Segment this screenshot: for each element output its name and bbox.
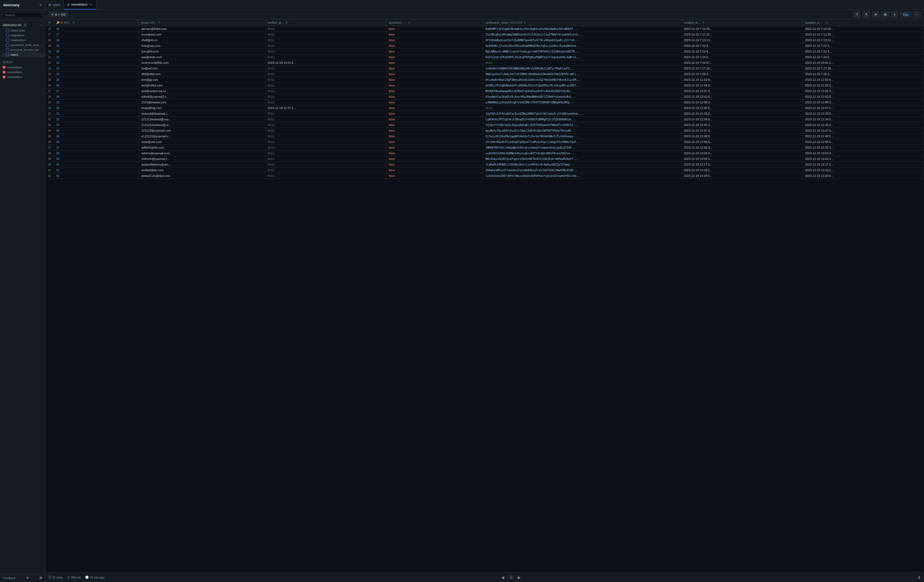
table-row[interactable]: 2626asd@sdfsd.comNULLfalseqXSMhzIFX7gBXW… — [45, 82, 924, 88]
cell-id[interactable]: 18 — [54, 38, 139, 43]
cell-id[interactable]: 33 — [54, 122, 139, 128]
sidebar-item-failed-jobs[interactable]: failed_jobs — [2, 28, 45, 33]
column-header-#[interactable]: # — [45, 20, 54, 26]
table-row[interactable]: 2727asd@asda11sd.coNULLfalseNG9GKX9kadaw… — [45, 88, 924, 94]
tab-newsletters[interactable]: ▦newsletters✕ — [64, 0, 96, 10]
cell-updated-at: 2023-12-19 13:04:3... — [803, 156, 924, 162]
next-page-button[interactable]: ▶ — [516, 575, 522, 580]
layout-button[interactable]: ▤ — [881, 11, 889, 18]
table-row[interactable]: 4141asdasd@ds.comNULLfalse39AqAn3HPuv2Fl… — [45, 167, 924, 173]
table-row[interactable]: 2020holo@fd.comNULLfalseMghJWMacVrzHMQlC… — [45, 49, 924, 54]
query-item[interactable]: newsletters — [0, 65, 45, 70]
sun-icon[interactable]: ☀ — [26, 576, 29, 580]
table-row[interactable]: 1818sfsdf@ds.coNULLfalse3FX3UhbBodLoe2hX… — [45, 38, 924, 43]
cell-id[interactable]: 17 — [54, 32, 139, 38]
cell-id[interactable]: 38 — [54, 150, 139, 156]
cell-id[interactable]: 21 — [54, 54, 139, 60]
sql-button[interactable]: SQL — [900, 12, 911, 18]
cell-updated-at: 2023-12-19 13:18:2... — [803, 167, 924, 173]
download-button[interactable]: ⬇ — [917, 575, 921, 580]
cell-id[interactable]: 35 — [54, 134, 139, 139]
db-options-icon[interactable]: ··· — [40, 23, 42, 27]
sidebar-table-label: failed_jobs — [11, 29, 25, 32]
sort-button[interactable]: ⇅ — [863, 11, 870, 18]
filter-indicator[interactable]: ▼ id > 100 — [48, 12, 68, 17]
table-row[interactable]: 3535e123123@yopmail.c...NULLfalsehjTwzy2… — [45, 134, 924, 139]
db-label: detectany-db 6 — [3, 23, 27, 27]
cell-id[interactable]: 39 — [54, 156, 139, 162]
table-row[interactable]: 29292323@ewaew.comNULLfalsexJNm9Rkpz1Xnb… — [45, 100, 924, 105]
cell-id[interactable]: 27 — [54, 88, 139, 94]
cell-id[interactable]: 28 — [54, 94, 139, 100]
cell-id[interactable]: 31 — [54, 111, 139, 117]
cell-id[interactable]: 20 — [54, 49, 139, 54]
cell-id[interactable]: 24 — [54, 71, 139, 77]
table-row[interactable]: 2323ho@wd.comNULLfalseolKmX6olS4QNHVZUCG… — [45, 66, 924, 71]
table-row[interactable]: 4040asdasdMailany@am...NULLfalsefCdHwPLG… — [45, 162, 924, 167]
table-row[interactable]: 3232121212asdasd@yop...NULLfalseCgHEAuhL… — [45, 117, 924, 122]
cell-id[interactable]: 41 — [54, 167, 139, 173]
table-row[interactable]: 39392isthere@yopmail.c...NULLfalseMHLAG6… — [45, 156, 924, 162]
table-row[interactable]: 3838isthere@yopmail.comNULLfalseuxAhCRZx… — [45, 150, 924, 156]
row-number: 32 — [45, 117, 54, 122]
cell-id[interactable]: 23 — [54, 66, 139, 71]
tab-label: newsletters — [71, 3, 87, 7]
cell-id[interactable]: 16 — [54, 26, 139, 32]
sidebar-item-newsletters[interactable]: newsletters — [2, 38, 45, 43]
cell-id[interactable]: 22 — [54, 60, 139, 66]
prev-page-button[interactable]: ◀ — [500, 575, 506, 580]
table-row[interactable]: 4242asdad11ds@dsd.comNULLfalselvQ1kIU2o2… — [45, 173, 924, 179]
table-row[interactable]: 1919hola@aqr.comNULLfalse9aIOb96cJ7voVLS… — [45, 43, 924, 49]
grid-button[interactable]: ⊞ — [872, 11, 879, 18]
sidebar-item-password-reset-toke---[interactable]: password_reset_toke... — [2, 43, 45, 47]
cell-id[interactable]: 36 — [54, 139, 139, 145]
refresh-button[interactable]: ↺ — [853, 11, 860, 18]
table-row[interactable]: 3131asdasd@dsadsad.c...NULLfalse1qsFKFxI… — [45, 111, 924, 117]
tab-users[interactable]: ▦users — [45, 0, 64, 10]
sidebar-item-users[interactable]: users — [2, 52, 45, 57]
table-row[interactable]: 2121asd@dsds.comNULLfalseVqYIi2sKryPEd5P… — [45, 54, 924, 60]
column-header-verified_at[interactable]: verified_at...⇅ — [265, 20, 386, 26]
more-button[interactable]: ··· — [914, 12, 921, 18]
sidebar-item-migrations[interactable]: migrations — [2, 33, 45, 38]
row-number: 22 — [45, 60, 54, 66]
column-header-updated_a...[interactable]: updated_a......⇅ — [803, 20, 924, 26]
tab-close-icon[interactable]: ✕ — [89, 3, 93, 6]
table-row[interactable]: 2222newrecord@fds.com2023-12-19 13:01:2.… — [45, 60, 924, 66]
table-row[interactable]: 1616werwer@fedsf.comNULLfalseKwBX0Mfz3V1… — [45, 26, 924, 32]
cell-id[interactable]: 29 — [54, 100, 139, 105]
table-row[interactable]: 3636asda@sds.comNULLfalsevXrX9brN1wkhTCs… — [45, 139, 924, 145]
cell-id[interactable]: 19 — [54, 43, 139, 49]
filter-button[interactable]: ⧖ — [891, 11, 898, 18]
query-item[interactable]: newsletters — [0, 74, 45, 79]
cell-id[interactable]: 25 — [54, 77, 139, 82]
column-header-unsubscri...[interactable]: unsubscri......⇅ — [386, 20, 483, 26]
table-row[interactable]: 2424dfdf@dfdf.comNULLfalseUWbCgs91vTldwR… — [45, 71, 924, 77]
table-row[interactable]: 3030irwqs@log.com2023-12-19 12:57:2...fa… — [45, 105, 924, 111]
cell-id[interactable]: 30 — [54, 105, 139, 111]
column-header-id[interactable]: 🔑idBIGI...⇅ — [54, 20, 139, 26]
table-row[interactable]: 2828sdfsdf@yopmail2.c...NULLfalsed7wyWqS… — [45, 94, 924, 100]
column-header-verification_token[interactable]: verification_tokenVARCHAR⇅ — [483, 20, 682, 26]
table-row[interactable]: 3434123123@yopmail.comNULLfalsewpuNzFy7U… — [45, 128, 924, 134]
time-icon: 🕐 — [85, 575, 89, 579]
cell-id[interactable]: 37 — [54, 145, 139, 150]
settings-icon[interactable]: ⚙ — [39, 576, 42, 580]
table-row[interactable]: 2525test@jjjj.comNULLfalsemtLaKwRt0OwtI8… — [45, 77, 924, 82]
search-input[interactable] — [3, 12, 42, 18]
sidebar-item-personal-access-tok---[interactable]: personal_access_tok... — [2, 47, 45, 52]
cell-id[interactable]: 34 — [54, 128, 139, 134]
cell-id[interactable]: 26 — [54, 82, 139, 88]
cell-token: UWbCgs91vTldwRxfwltxPJOBMliBVU9edo5ZKeOm… — [483, 71, 682, 77]
query-item[interactable]: newsletters — [0, 70, 45, 74]
table-row[interactable]: 3737sdfdsf3@fds.comNULLfalseJWMU070U7VCC… — [45, 145, 924, 150]
cell-id[interactable]: 40 — [54, 162, 139, 167]
cell-id[interactable]: 32 — [54, 117, 139, 122]
column-header-created_at[interactable]: created_at...⇅ — [681, 20, 803, 26]
sidebar-db-row[interactable]: detectany-db 6 ··· — [0, 22, 45, 28]
cell-id[interactable]: 42 — [54, 173, 139, 179]
table-row[interactable]: 33331121212asdasd@yo...NULLfalseY4jDvrYf… — [45, 122, 924, 128]
column-header-email[interactable]: emailVAR...⇅ — [139, 20, 265, 26]
table-row[interactable]: 1717vcxv@asd.comNULLfalse1IofBCqBxLhRSyW… — [45, 32, 924, 38]
sidebar-toggle-icon[interactable]: ≡ — [40, 3, 42, 7]
